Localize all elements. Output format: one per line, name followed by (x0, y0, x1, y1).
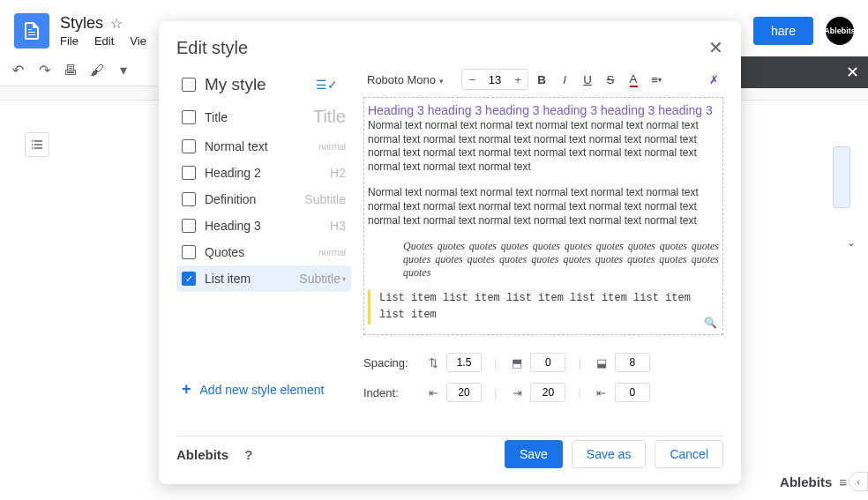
format-paint-icon[interactable]: 🖌 (86, 60, 108, 81)
brand-label: Ablebits (176, 447, 228, 462)
redo-icon[interactable]: ↷ (34, 60, 55, 81)
preview-area: Heading 3 heading 3 heading 3 heading 3 … (363, 97, 723, 335)
magnify-icon[interactable]: 🔍 (704, 317, 717, 329)
spacing-line-input[interactable] (446, 353, 482, 372)
menu-view[interactable]: Vie (130, 34, 146, 48)
space-before-icon: ⬒ (509, 356, 525, 369)
preview-quotes: Quotes quotes quotes quotes quotes quote… (368, 240, 719, 280)
style-tag: H2 (330, 166, 346, 180)
indent-right-icon: ⇤ (594, 386, 610, 399)
align-button[interactable]: ≡▾ (647, 70, 666, 89)
chevron-down-icon[interactable]: ▾ (342, 275, 346, 283)
style-tag: Subtitle (304, 192, 346, 206)
style-item-h2[interactable]: Heading 2 H2 (176, 160, 351, 186)
side-panel-fragment (833, 146, 850, 208)
add-style-button[interactable]: + Add new style element (176, 371, 351, 407)
collapse-icon[interactable]: ‹ (849, 472, 868, 491)
increase-size-button[interactable]: + (508, 70, 528, 89)
undo-icon[interactable]: ↶ (7, 60, 28, 81)
checkbox-icon[interactable] (182, 139, 196, 153)
preview-normal2: Normal text normal text normal text norm… (368, 186, 719, 228)
close-icon[interactable]: ✕ (846, 63, 859, 82)
checklist-icon[interactable]: ☰✓ (316, 76, 337, 93)
dialog-footer: Ablebits ? Save Save as Cancel (176, 436, 723, 468)
decrease-size-button[interactable]: − (462, 70, 482, 89)
style-label: List item (205, 272, 299, 286)
underline-button[interactable]: U (578, 70, 597, 89)
indent-first-input[interactable] (530, 383, 565, 402)
line-spacing-icon: ⇅ (425, 356, 441, 369)
indent-left-input[interactable] (446, 383, 482, 402)
font-size-input[interactable] (482, 73, 508, 86)
checkbox-icon[interactable] (182, 78, 196, 92)
indent-label: Indent: (363, 386, 413, 399)
checkbox-icon[interactable] (182, 110, 196, 124)
menu-icon[interactable]: ≡ (839, 474, 847, 489)
style-editor-panel: Roboto Mono − + B I U S A ≡▾ ✗ Heading 3… (363, 69, 723, 430)
space-after-icon: ⬓ (594, 356, 610, 369)
checkbox-icon[interactable] (182, 272, 196, 286)
indent-row: Indent: ⇤ | ⇥ | ⇤ (363, 383, 723, 402)
avatar[interactable]: Ablebits (826, 17, 854, 45)
preview-listitem: List item list item list item list item … (368, 290, 719, 324)
zoom-icon[interactable]: ▾ (113, 60, 134, 81)
checkbox-icon[interactable] (182, 166, 196, 180)
style-label: Title (205, 110, 313, 124)
style-item-definition[interactable]: Definition Subtitle (176, 186, 351, 213)
document-title[interactable]: Styles (60, 14, 103, 33)
style-item-title[interactable]: Title Title (176, 101, 351, 133)
style-label: Definition (205, 192, 304, 206)
style-label: Normal text (205, 139, 318, 153)
style-item-normal[interactable]: Normal text normal (176, 133, 351, 160)
star-icon[interactable]: ☆ (110, 15, 123, 32)
spacing-label: Spacing: (363, 356, 413, 369)
spacing-row: Spacing: ⇅ | ⬒ | ⬓ (363, 353, 723, 372)
checkbox-icon[interactable] (182, 219, 196, 233)
preview-heading3: Heading 3 heading 3 heading 3 heading 3 … (368, 103, 719, 117)
italic-button[interactable]: I (555, 70, 574, 89)
style-tag: Title (313, 107, 346, 127)
indent-right-input[interactable] (615, 383, 650, 402)
spacing-before-input[interactable] (530, 353, 565, 372)
share-button[interactable]: hare (753, 17, 813, 45)
brand-text: Ablebits (780, 474, 832, 489)
dialog-title: Edit style (176, 38, 248, 58)
strikethrough-button[interactable]: S (601, 70, 620, 89)
style-tag: normal (318, 142, 346, 152)
checkbox-icon[interactable] (182, 192, 196, 206)
font-family-dropdown[interactable]: Roboto Mono (363, 73, 458, 86)
style-item-h3[interactable]: Heading 3 H3 (176, 213, 351, 239)
style-tag[interactable]: Subtitle (299, 272, 340, 286)
style-item-listitem[interactable]: List item Subtitle ▾ (176, 265, 351, 292)
clear-format-icon[interactable]: ✗ (704, 70, 723, 89)
indent-left-icon: ⇤ (425, 386, 441, 399)
help-button[interactable]: ? (244, 447, 252, 462)
outline-icon[interactable] (25, 132, 49, 157)
style-label: Quotes (205, 245, 318, 259)
spacing-after-input[interactable] (615, 353, 650, 372)
style-tag: H3 (330, 219, 346, 233)
save-as-button[interactable]: Save as (572, 440, 647, 468)
style-item-quotes[interactable]: Quotes normal (176, 239, 351, 265)
addon-brand: Ablebits ≡ (780, 474, 847, 489)
menu-edit[interactable]: Edit (94, 34, 114, 48)
print-icon[interactable]: 🖶 (60, 60, 81, 81)
text-color-button[interactable]: A (624, 70, 643, 89)
indent-first-icon: ⇥ (509, 386, 525, 399)
style-list: My style ☰✓ Title Title Normal text norm… (176, 69, 351, 430)
plus-icon: + (182, 380, 191, 399)
style-label: Heading 2 (205, 166, 330, 180)
preview-normal1: Normal text normal text normal text norm… (368, 119, 719, 174)
font-size-group: − + (461, 69, 528, 90)
close-icon[interactable]: ✕ (708, 37, 723, 58)
cancel-button[interactable]: Cancel (655, 440, 723, 468)
style-label: My style (205, 75, 316, 94)
checkbox-icon[interactable] (182, 245, 196, 259)
chevron-down-icon[interactable]: ⌄ (847, 236, 856, 249)
style-item-mystyle[interactable]: My style ☰✓ (176, 69, 351, 101)
menu-file[interactable]: File (60, 34, 79, 48)
docs-logo-icon[interactable] (14, 13, 49, 49)
bold-button[interactable]: B (532, 70, 551, 89)
add-style-label: Add new style element (200, 383, 325, 397)
save-button[interactable]: Save (505, 440, 563, 468)
